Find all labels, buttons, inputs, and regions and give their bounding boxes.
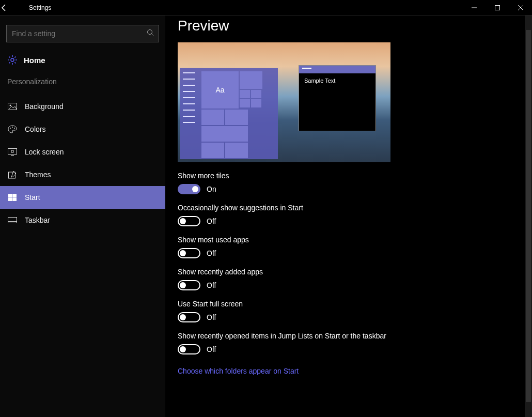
preview-start-mock: Aa <box>180 68 278 159</box>
preview-tile-aa: Aa <box>201 71 239 109</box>
svg-line-10 <box>14 62 15 63</box>
setting-show-more-tiles: Show more tiles On <box>178 172 532 194</box>
sidebar-item-taskbar[interactable]: Taskbar <box>0 209 165 231</box>
maximize-button[interactable] <box>486 0 509 16</box>
pencil-icon <box>7 171 18 179</box>
svg-rect-1 <box>495 5 499 10</box>
setting-full-screen: Use Start full screen Off <box>178 300 532 322</box>
svg-rect-22 <box>8 194 12 197</box>
minimize-button[interactable] <box>462 0 486 16</box>
start-icon <box>7 194 18 201</box>
svg-point-16 <box>12 127 13 128</box>
toggle-state: On <box>207 185 216 193</box>
sidebar-item-themes[interactable]: Themes <box>0 163 165 186</box>
sidebar-item-start[interactable]: Start <box>0 186 165 209</box>
svg-rect-25 <box>12 197 17 201</box>
preview-image: Aa Sample Text <box>178 42 390 162</box>
section-title: Personalization <box>0 74 165 95</box>
sidebar-item-label: Lock screen <box>25 148 64 156</box>
svg-point-2 <box>148 30 152 35</box>
scrollbar[interactable] <box>525 16 532 417</box>
toggle-state: Off <box>207 217 216 225</box>
setting-label: Show most used apps <box>178 236 532 244</box>
sidebar: Home Personalization Background Colors L… <box>0 16 165 417</box>
svg-line-3 <box>152 34 154 36</box>
sidebar-item-label: Colors <box>25 125 45 133</box>
gear-icon <box>7 55 18 65</box>
sidebar-item-lock-screen[interactable]: Lock screen <box>0 141 165 163</box>
toggle-state: Off <box>207 281 216 289</box>
svg-rect-20 <box>11 150 13 152</box>
svg-rect-23 <box>12 194 17 197</box>
setting-recently-added-apps: Show recently added apps Off <box>178 268 532 290</box>
svg-line-9 <box>9 57 10 58</box>
search-icon <box>147 29 154 36</box>
home-label: Home <box>24 56 45 65</box>
search-input[interactable] <box>6 25 159 42</box>
setting-jump-lists: Show recently opened items in Jump Lists… <box>178 332 532 354</box>
sidebar-item-label: Background <box>25 102 64 111</box>
taskbar-icon <box>7 217 18 223</box>
svg-rect-26 <box>8 218 17 223</box>
scrollbar-thumb[interactable] <box>526 30 531 402</box>
svg-point-14 <box>10 105 11 106</box>
toggle-jump-lists[interactable] <box>178 344 200 354</box>
lock-icon <box>7 148 18 156</box>
window-title: Settings <box>29 4 51 11</box>
svg-rect-24 <box>8 197 12 201</box>
content-area: Preview Aa <box>165 16 532 417</box>
back-button[interactable] <box>0 4 25 12</box>
toggle-show-suggestions[interactable] <box>178 216 200 226</box>
toggle-state: Off <box>207 345 216 353</box>
svg-point-17 <box>14 128 15 129</box>
titlebar: Settings <box>0 0 532 16</box>
sidebar-item-label: Themes <box>25 171 51 179</box>
svg-point-15 <box>10 128 11 129</box>
svg-rect-18 <box>8 149 17 155</box>
home-link[interactable]: Home <box>0 52 165 74</box>
setting-label: Show more tiles <box>178 172 532 180</box>
preview-window-mock: Sample Text <box>299 65 376 131</box>
toggle-most-used-apps[interactable] <box>178 248 200 258</box>
setting-label: Occasionally show suggestions in Start <box>178 204 532 212</box>
picture-icon <box>7 103 18 110</box>
setting-label: Show recently added apps <box>178 268 532 276</box>
close-button[interactable] <box>509 0 532 16</box>
preview-sample-text: Sample Text <box>299 73 375 88</box>
setting-show-suggestions: Occasionally show suggestions in Start O… <box>178 204 532 226</box>
toggle-state: Off <box>207 249 216 257</box>
setting-most-used-apps: Show most used apps Off <box>178 236 532 258</box>
svg-point-4 <box>11 58 14 61</box>
page-title: Preview <box>178 18 532 34</box>
choose-folders-link[interactable]: Choose which folders appear on Start <box>178 367 299 375</box>
svg-line-12 <box>14 57 15 58</box>
sidebar-item-label: Taskbar <box>25 216 50 224</box>
toggle-full-screen[interactable] <box>178 312 200 322</box>
palette-icon <box>7 125 18 133</box>
svg-rect-19 <box>11 155 14 156</box>
sidebar-item-colors[interactable]: Colors <box>0 118 165 141</box>
svg-line-11 <box>9 62 10 63</box>
search-box <box>6 25 159 42</box>
sidebar-item-label: Start <box>25 193 40 202</box>
toggle-state: Off <box>207 313 216 321</box>
setting-label: Use Start full screen <box>178 300 532 308</box>
setting-label: Show recently opened items in Jump Lists… <box>178 332 532 340</box>
sidebar-item-background[interactable]: Background <box>0 95 165 118</box>
toggle-recently-added-apps[interactable] <box>178 280 200 290</box>
toggle-show-more-tiles[interactable] <box>178 184 200 194</box>
